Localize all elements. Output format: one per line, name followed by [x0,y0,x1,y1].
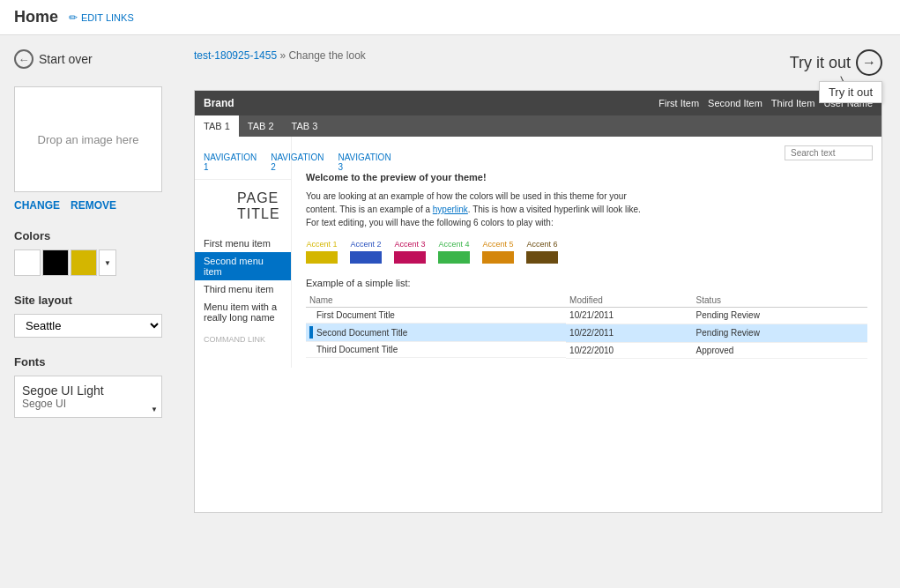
remove-image-button[interactable]: REMOVE [71,199,116,212]
preview-accent-3: Accent 3 [394,240,426,264]
breadcrumb-row: test-180925-1455 » Change the look Try i… [194,49,882,76]
start-over-label: Start over [39,52,93,66]
preview-accent-6: Accent 6 [526,240,558,264]
top-bar: Home ✏ EDIT LINKS [0,0,900,35]
fonts-dropdown-button[interactable]: ▼ [151,406,158,413]
preview-main: Welcome to the preview of your theme! Yo… [292,137,881,368]
preview-table-cell-modified-1: 10/21/2011 [566,308,693,324]
preview-accent-6-swatch [526,251,558,264]
preview-accent-5: Accent 5 [482,240,514,264]
table-row: Third Document Title 10/22/2010 Approved [306,342,867,358]
preview-table-cell-modified-2: 10/22/2011 [566,324,693,342]
table-row: Second Document Title 10/22/2011 Pending… [306,324,867,342]
drop-image-label: Drop an image here [38,133,139,146]
preview-table-cell-status-3: Approved [693,342,867,358]
preview-table-header-modified: Modified [566,294,693,308]
breadcrumb-site-link[interactable]: test-180925-1455 [194,49,277,62]
preview-accent-4: Accent 4 [438,240,470,264]
edit-links-button[interactable]: ✏ EDIT LINKS [69,11,134,24]
preview-accent-1-swatch [306,251,338,264]
preview-welcome-text: Welcome to the preview of your theme! [306,172,867,182]
colors-section-label: Colors [14,229,162,242]
preview-content: NAVIGATION 1 NAVIGATION 2 NAVIGATION 3 P… [195,137,881,368]
preview-accent-6-label: Accent 6 [526,240,557,249]
preview-accent-3-label: Accent 3 [394,240,425,249]
right-area: test-180925-1455 » Change the look Try i… [176,35,900,588]
drop-image-area[interactable]: Drop an image here [14,86,162,192]
color-swatch-black[interactable] [42,249,69,276]
preview-accent-3-swatch [394,251,426,264]
preview-tab-1[interactable]: TAB 1 [195,115,239,137]
row-indicator [309,326,313,339]
preview-accents: Accent 1 Accent 2 Accent 3 Accent 4 [306,240,867,264]
preview-table-cell-status-1: Pending Review [693,308,867,324]
try-it-out-icon: → [856,49,882,76]
preview-menu-item-2[interactable]: Second menu item [195,252,291,280]
breadcrumb-page: Change the look [288,49,365,62]
try-it-out-tooltip: Try it out [819,81,882,103]
change-image-button[interactable]: CHANGE [14,199,60,212]
preview-frame: Brand First Item Second Item Third Item … [194,90,882,513]
preview-brand: Brand [204,97,234,109]
preview-nav-item-1: First Item [658,98,699,108]
main-layout: ← Start over Drop an image here CHANGE R… [0,35,900,588]
table-row: First Document Title 10/21/2011 Pending … [306,308,867,324]
preview-accent-2: Accent 2 [350,240,382,264]
preview-nav-links: NAVIGATION 1 NAVIGATION 2 NAVIGATION 3 [195,145,291,180]
preview-accent-4-swatch [438,251,470,264]
color-swatch-white[interactable] [14,249,41,276]
preview-table: Name Modified Status First Document Titl… [306,294,867,359]
color-swatch-yellow[interactable] [71,249,97,276]
preview-list-title: Example of a simple list: [306,278,867,288]
preview-page-title: PAGE TITLE [228,190,289,231]
preview-menu-item-4[interactable]: Menu item with a really long name [195,298,291,326]
preview-nav-link-1[interactable]: NAVIGATION 1 [204,153,257,172]
preview-search-input[interactable] [785,145,873,160]
site-layout-section-label: Site layout [14,294,162,307]
back-icon: ← [14,49,33,69]
preview-nav-item-2: Second Item [708,98,762,108]
color-dropdown-button[interactable]: ▼ [99,249,116,276]
fonts-secondary-label: Segoe UI [22,398,154,410]
fonts-box[interactable]: Segoe UI Light Segoe UI ▼ [14,376,162,418]
pencil-icon: ✏ [69,11,78,24]
preview-accent-2-label: Accent 2 [350,240,381,249]
start-over-button[interactable]: ← Start over [14,49,162,69]
site-layout-select[interactable]: Seattle Oslo Default [14,314,162,338]
edit-links-label: EDIT LINKS [81,12,134,23]
preview-tab-2[interactable]: TAB 2 [239,115,283,137]
preview-table-header-name: Name [306,294,566,308]
preview-table-cell-modified-3: 10/22/2010 [566,342,693,358]
preview-table-cell-name-3: Third Document Title [306,342,566,358]
preview-accent-2-swatch [350,251,382,264]
preview-accent-5-label: Accent 5 [482,240,513,249]
preview-topnav: Brand First Item Second Item Third Item … [195,91,881,115]
preview-menu-item-3[interactable]: Third menu item [195,280,291,298]
preview-nav-item-3: Third Item [771,98,815,108]
image-actions: CHANGE REMOVE [14,199,162,212]
left-panel: ← Start over Drop an image here CHANGE R… [0,35,176,588]
preview-command-link[interactable]: COMMAND LINK [195,331,291,347]
try-it-out-button[interactable]: Try it out → [790,49,882,76]
fonts-primary-label: Segoe UI Light [22,383,154,398]
color-swatches: ▼ [14,249,162,276]
preview-accent-4-label: Accent 4 [438,240,469,249]
preview-hyperlink[interactable]: hyperlink [433,205,468,214]
preview-table-header-status: Status [693,294,867,308]
preview-search [785,145,873,160]
breadcrumb-separator: » [279,49,288,62]
preview-menu-item-1[interactable]: First menu item [195,234,291,252]
preview-table-cell-name-1: First Document Title [306,308,566,324]
preview-table-cell-status-2: Pending Review [693,324,867,342]
preview-accent-1-label: Accent 1 [306,240,337,249]
preview-body-text: You are looking at an example of how the… [306,190,641,229]
preview-tabs: TAB 1 TAB 2 TAB 3 [195,115,881,137]
preview-table-cell-name-2: Second Document Title [306,324,566,342]
try-it-out-area: Try it out → 〉 Try it out [790,49,882,76]
home-link[interactable]: Home [14,8,58,26]
try-it-out-label: Try it out [790,54,851,72]
preview-accent-5-swatch [482,251,514,264]
breadcrumb: test-180925-1455 » Change the look [194,49,366,62]
preview-tab-3[interactable]: TAB 3 [283,115,327,137]
fonts-section-label: Fonts [14,355,162,368]
